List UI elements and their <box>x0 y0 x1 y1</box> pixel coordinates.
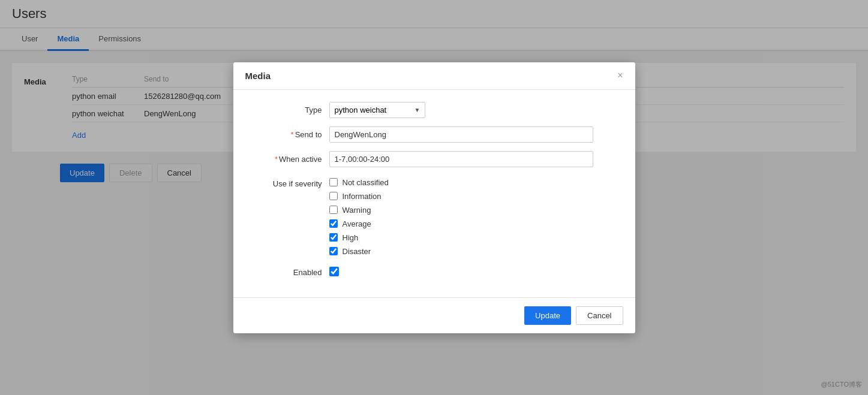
modal-footer: Update Cancel <box>233 297 635 333</box>
modal-cancel-button[interactable]: Cancel <box>576 306 623 325</box>
enabled-checkbox[interactable] <box>329 267 339 276</box>
modal-overlay: Media × Type python email python weichat… <box>0 0 868 351</box>
required-marker: * <box>275 155 278 164</box>
label-disaster: Disaster <box>343 247 371 256</box>
severity-average[interactable]: Average <box>329 219 389 228</box>
form-row-enabled: Enabled <box>251 264 617 277</box>
label-high: High <box>343 233 359 242</box>
type-label: Type <box>251 102 329 114</box>
checkbox-warning[interactable] <box>329 206 338 214</box>
label-warning: Warning <box>343 206 371 215</box>
modal-body: Type python email python weichat ▼ *Send… <box>233 90 635 297</box>
form-row-type: Type python email python weichat ▼ <box>251 102 617 118</box>
sendto-label: *Send to <box>251 126 329 139</box>
required-marker: * <box>291 130 294 139</box>
severity-high[interactable]: High <box>329 233 389 242</box>
label-not-classified: Not classified <box>343 178 389 187</box>
severity-disaster[interactable]: Disaster <box>329 247 389 256</box>
modal-header: Media × <box>233 62 635 90</box>
checkbox-disaster[interactable] <box>329 247 338 255</box>
form-row-sendto: *Send to <box>251 126 617 143</box>
modal-close-icon[interactable]: × <box>617 71 623 80</box>
when-active-input[interactable] <box>329 151 593 167</box>
checkbox-information[interactable] <box>329 192 338 200</box>
enabled-label: Enabled <box>251 264 329 277</box>
checkbox-not-classified[interactable] <box>329 178 338 186</box>
severity-checkboxes: Not classified Information Warning Avera… <box>329 176 389 256</box>
type-select[interactable]: python email python weichat <box>329 102 425 118</box>
severity-not-classified[interactable]: Not classified <box>329 178 389 187</box>
label-information: Information <box>343 192 382 201</box>
checkbox-average[interactable] <box>329 219 338 228</box>
severity-label: Use if severity <box>251 176 329 188</box>
label-average: Average <box>343 219 371 228</box>
modal-title: Media <box>245 71 271 81</box>
media-modal: Media × Type python email python weichat… <box>233 62 635 333</box>
sendto-input[interactable] <box>329 126 593 143</box>
severity-warning[interactable]: Warning <box>329 206 389 215</box>
modal-update-button[interactable]: Update <box>524 306 571 325</box>
when-active-label: *When active <box>251 151 329 164</box>
checkbox-high[interactable] <box>329 233 338 242</box>
form-row-severity: Use if severity Not classified Informati… <box>251 176 617 256</box>
form-row-when-active: *When active <box>251 151 617 167</box>
type-select-wrapper: python email python weichat ▼ <box>329 102 425 118</box>
severity-information[interactable]: Information <box>329 192 389 201</box>
